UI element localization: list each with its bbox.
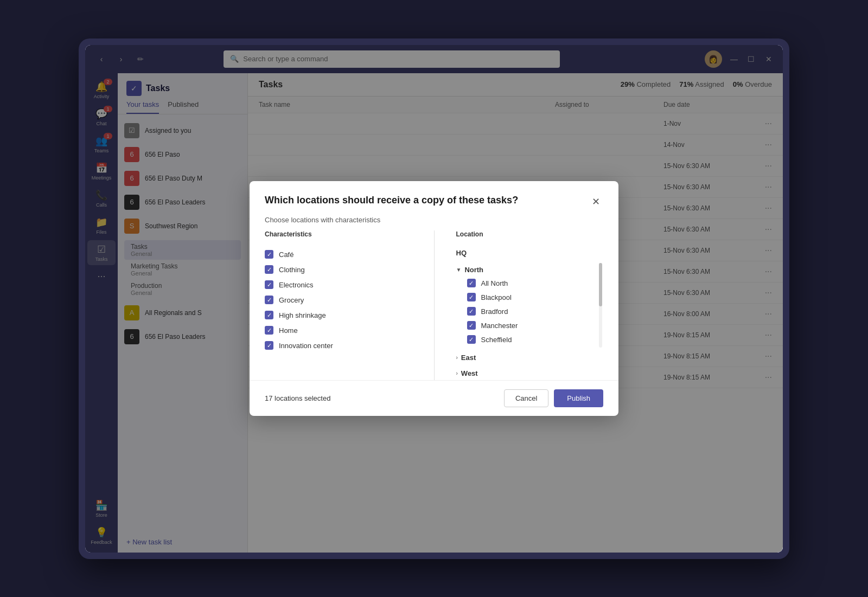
selected-count: 17 locations selected [265, 394, 330, 402]
checkbox-grocery-icon[interactable] [265, 296, 273, 304]
modal-overlay: Which locations should receive a copy of… [85, 45, 783, 553]
north-group-name: North [464, 266, 483, 274]
checkbox-innovation-label: Innovation center [279, 342, 333, 350]
characteristics-header: Characteristics [265, 230, 412, 240]
location-west-group[interactable]: › West [456, 367, 604, 380]
loc-bradford[interactable]: Bradford [456, 304, 604, 318]
publish-button[interactable]: Publish [554, 389, 603, 407]
checkbox-home-icon[interactable] [265, 326, 273, 335]
checkbox-electronics[interactable]: Electronics [265, 277, 412, 292]
checkbox-all-north[interactable] [467, 279, 476, 287]
checkbox-bradford[interactable] [467, 307, 476, 316]
north-group-header[interactable]: ▼ North [456, 264, 604, 276]
checkbox-clothing[interactable]: Clothing [265, 262, 412, 277]
checkbox-clothing-icon[interactable] [265, 265, 273, 274]
location-column: Location HQ ▼ North All North [456, 230, 604, 380]
hq-label: HQ [456, 247, 604, 259]
scrollbar-track [599, 263, 602, 348]
loc-all-north-label: All North [481, 279, 508, 287]
checkbox-innovation-icon[interactable] [265, 341, 273, 350]
checkbox-high-shrinkage-label: High shrinkage [279, 311, 326, 319]
checkbox-innovation[interactable]: Innovation center [265, 338, 412, 353]
dialog: Which locations should receive a copy of… [250, 181, 618, 416]
loc-manchester[interactable]: Manchester [456, 318, 604, 332]
location-hq: HQ [456, 247, 604, 259]
location-header: Location [456, 230, 604, 240]
loc-blackpool[interactable]: Blackpool [456, 290, 604, 304]
scrollbar-thumb[interactable] [599, 263, 602, 306]
checkbox-cafe-label: Café [279, 251, 293, 259]
checkbox-cafe[interactable]: Café [265, 247, 412, 262]
dialog-header: Which locations should receive a copy of… [250, 181, 618, 216]
loc-all-north[interactable]: All North [456, 276, 604, 290]
checkbox-blackpool[interactable] [467, 293, 476, 301]
checkbox-high-shrinkage-icon[interactable] [265, 311, 273, 319]
dialog-footer: 17 locations selected Cancel Publish [250, 380, 618, 416]
checkbox-clothing-label: Clothing [279, 266, 305, 274]
cancel-button[interactable]: Cancel [504, 389, 548, 407]
loc-manchester-label: Manchester [481, 322, 518, 330]
checkbox-high-shrinkage[interactable]: High shrinkage [265, 307, 412, 323]
north-chevron-icon: ▼ [456, 267, 462, 273]
dialog-actions: Cancel Publish [504, 389, 603, 407]
dialog-title: Which locations should receive a copy of… [265, 194, 518, 207]
checkbox-grocery[interactable]: Grocery [265, 292, 412, 307]
checkbox-home[interactable]: Home [265, 323, 412, 338]
west-chevron-icon: › [456, 370, 458, 376]
loc-scheffield[interactable]: Scheffield [456, 332, 604, 346]
checkbox-cafe-icon[interactable] [265, 250, 273, 259]
west-group-name: West [461, 369, 478, 377]
column-divider [434, 230, 435, 380]
east-group-name: East [461, 354, 476, 362]
east-chevron-icon: › [456, 355, 458, 361]
location-north-group: ▼ North All North Blackpool [456, 264, 604, 346]
loc-blackpool-label: Blackpool [481, 293, 512, 301]
checkbox-electronics-label: Electronics [279, 281, 314, 289]
dialog-close-button[interactable]: ✕ [588, 194, 603, 209]
dialog-subtitle: Choose locations with characteristics [250, 216, 618, 230]
location-east-group[interactable]: › East [456, 351, 604, 364]
checkbox-home-label: Home [279, 326, 298, 335]
loc-scheffield-label: Scheffield [481, 336, 512, 344]
checkbox-manchester[interactable] [467, 321, 476, 330]
checkbox-scheffield[interactable] [467, 335, 476, 344]
checkbox-electronics-icon[interactable] [265, 280, 273, 289]
characteristics-column: Characteristics Café Clothing Electronic… [265, 230, 412, 380]
loc-bradford-label: Bradford [481, 307, 508, 316]
dialog-body: Characteristics Café Clothing Electronic… [250, 230, 618, 380]
checkbox-grocery-label: Grocery [279, 296, 304, 304]
